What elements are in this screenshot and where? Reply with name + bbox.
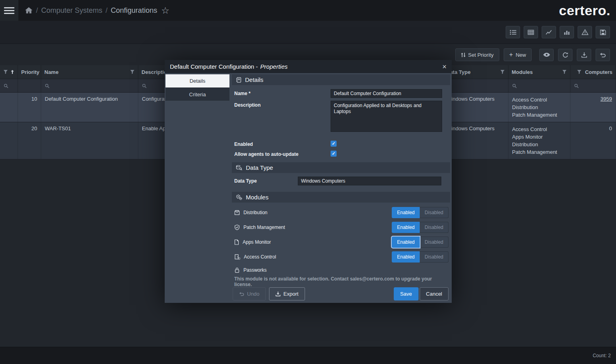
alerts-warning-button[interactable] <box>578 26 592 38</box>
dialog-header[interactable]: Default Computer Configuration -Properti… <box>165 60 452 73</box>
description-field[interactable]: Configuration Applied to all Desktops an… <box>331 101 442 132</box>
header-modules[interactable]: Modules <box>508 65 570 79</box>
search-filter-name[interactable] <box>41 79 138 92</box>
line-chart-button[interactable] <box>542 26 556 38</box>
search-filter-global[interactable] <box>0 79 18 92</box>
details-section-header: Details <box>232 74 450 85</box>
plus-icon: + <box>509 52 513 58</box>
distribution-icon <box>234 210 240 215</box>
module-row-apps-monitor: Apps Monitor Enabled Disabled <box>232 237 450 247</box>
access-control-icon <box>234 254 240 260</box>
cell-name: WAR-TS01 <box>41 122 138 159</box>
header-priority[interactable]: Priority <box>18 65 41 79</box>
row-count: Count: 2 <box>593 353 611 358</box>
breadcrumb-computer-systems[interactable]: Computer Systems <box>41 6 102 15</box>
cell-computers: 0 <box>570 122 616 159</box>
name-label: Name * <box>234 89 331 96</box>
data-type-icon <box>236 165 242 171</box>
filter-funnel-icon[interactable] <box>500 70 505 74</box>
search-icon <box>4 84 8 88</box>
enabled-checkbox[interactable]: ✓ <box>331 141 337 147</box>
patch-management-disabled-button[interactable]: Disabled <box>420 222 449 233</box>
search-icon <box>45 84 50 88</box>
patch-management-enabled-button[interactable]: Enabled <box>392 222 420 233</box>
module-row-patch-management: Patch Management Enabled Disabled <box>232 222 450 232</box>
show-hide-button[interactable] <box>539 49 554 61</box>
cell-priority: 20 <box>18 122 41 159</box>
tab-criteria[interactable]: Criteria <box>165 88 229 101</box>
license-note: This module is not available for selecti… <box>232 273 450 287</box>
module-row-access-control: Access Control Enabled Disabled <box>232 252 450 262</box>
distribution-enabled-button[interactable]: Enabled <box>392 207 420 218</box>
header-data-type[interactable]: Data Type <box>443 65 508 79</box>
undo-button[interactable] <box>596 49 610 61</box>
patch-management-icon <box>234 225 240 230</box>
set-priority-label: Set Priority <box>468 52 494 58</box>
description-label: Description <box>234 101 331 108</box>
cell-data-type: Windows Computers <box>443 122 508 159</box>
header-computers[interactable]: Computers <box>570 65 616 79</box>
cell-priority: 10 <box>18 93 41 122</box>
search-filter-priority[interactable] <box>18 79 41 92</box>
header-name[interactable]: Name <box>41 65 138 79</box>
book-icon <box>236 77 241 83</box>
save-button[interactable]: Save <box>394 287 419 300</box>
export-button[interactable]: Export <box>269 287 305 300</box>
search-icon <box>574 84 579 88</box>
certero-logo: certero. <box>559 3 610 18</box>
apps-monitor-enabled-button[interactable]: Enabled <box>392 237 420 248</box>
sort-up-icon[interactable] <box>10 70 14 74</box>
dialog-title: Default Computer Configuration -Properti… <box>170 63 287 70</box>
new-button[interactable]: + New <box>504 48 532 61</box>
close-icon[interactable]: × <box>442 63 447 70</box>
download-button[interactable] <box>577 49 591 61</box>
filter-funnel-icon[interactable] <box>3 70 8 74</box>
breadcrumb-separator: / <box>106 6 108 15</box>
tab-details[interactable]: Details <box>165 74 229 88</box>
distribution-disabled-button[interactable]: Disabled <box>420 207 449 218</box>
search-icon <box>142 84 147 88</box>
data-type-field[interactable] <box>298 177 441 185</box>
passworks-lock-icon <box>234 267 240 273</box>
search-filter-data-type[interactable] <box>443 79 508 92</box>
breadcrumb-configurations: Configurations <box>111 6 157 15</box>
passworks-label: Passworks <box>243 267 267 273</box>
access-control-enabled-button[interactable]: Enabled <box>392 251 420 263</box>
enabled-label: Enabled <box>234 140 331 147</box>
gears-icon <box>236 194 242 200</box>
table-view-button[interactable] <box>524 26 538 38</box>
filter-funnel-icon[interactable] <box>562 70 567 74</box>
cell-name: Default Computer Configuration <box>41 93 138 122</box>
filter-funnel-icon[interactable] <box>577 70 582 74</box>
set-priority-button[interactable]: Set Priority <box>455 48 499 61</box>
refresh-button[interactable] <box>558 49 572 61</box>
undo-icon <box>239 292 244 296</box>
header-filter-sort <box>0 65 18 79</box>
auto-update-label: Allow agents to auto-update <box>234 150 331 157</box>
list-view-button[interactable] <box>506 26 520 38</box>
name-field[interactable] <box>331 89 442 98</box>
cell-modules: Access Control Distribution Patch Manage… <box>508 93 570 122</box>
cell-computers: 3959 <box>570 93 616 122</box>
sort-updown-icon <box>461 52 465 58</box>
search-filter-modules[interactable] <box>508 79 570 92</box>
cancel-button[interactable]: Cancel <box>420 287 449 300</box>
undo-button[interactable]: Undo <box>233 287 266 300</box>
data-type-label: Data Type <box>234 178 298 184</box>
auto-update-checkbox[interactable]: ✓ <box>331 151 337 157</box>
search-filter-computers[interactable] <box>570 79 616 92</box>
apps-monitor-disabled-button[interactable]: Disabled <box>420 237 449 248</box>
dialog-footer: Undo Export Save Cancel <box>232 287 450 303</box>
menu-hamburger-icon[interactable] <box>0 0 18 21</box>
bar-chart-button[interactable] <box>560 26 574 38</box>
filter-funnel-icon[interactable] <box>130 70 135 74</box>
cell-modules: Access Control Apps Monitor Distribution… <box>508 122 570 159</box>
favorite-star-icon[interactable]: ☆ <box>161 6 169 15</box>
save-view-button[interactable] <box>596 26 610 38</box>
home-icon[interactable] <box>25 7 33 14</box>
access-control-disabled-button[interactable]: Disabled <box>420 251 449 263</box>
computers-count-link[interactable]: 3959 <box>600 96 612 102</box>
module-row-passworks: Passworks <box>232 267 450 273</box>
new-label: New <box>516 52 526 58</box>
view-toolbar <box>0 21 616 44</box>
